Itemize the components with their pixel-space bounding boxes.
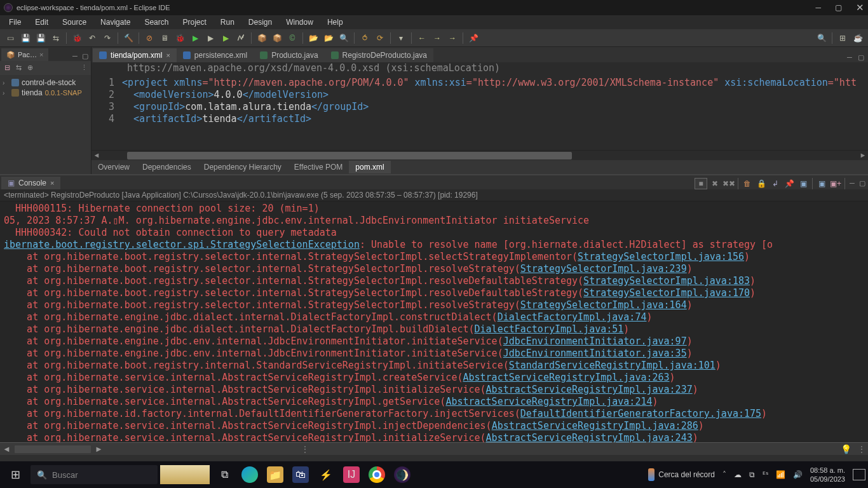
- minimize-editor-icon[interactable]: ─: [845, 53, 854, 62]
- start-button[interactable]: ⊞: [0, 461, 31, 488]
- status-scrollbar[interactable]: [15, 445, 91, 453]
- tray-overflow-icon[interactable]: ˄: [722, 470, 726, 479]
- menu-source[interactable]: Source: [56, 17, 93, 28]
- console-output[interactable]: HHH000115: Hibernate connection pool siz…: [0, 201, 868, 442]
- open-console-icon[interactable]: ▣: [815, 178, 828, 189]
- close-tab-icon[interactable]: ×: [39, 51, 43, 58]
- stack-link[interactable]: JdbcEnvironmentInitiator.java:97: [503, 336, 687, 347]
- build-icon[interactable]: 🔨: [122, 32, 135, 44]
- stack-link[interactable]: AbstractServiceRegistryImpl.java:214: [445, 396, 652, 407]
- new-package-icon[interactable]: 📦: [271, 32, 283, 44]
- scroll-left-icon[interactable]: ◄: [92, 151, 102, 160]
- quick-access-icon[interactable]: 🔍: [815, 32, 828, 44]
- pin-console-icon[interactable]: 📌: [783, 178, 796, 189]
- refresh-icon[interactable]: ⟳: [374, 32, 386, 44]
- open-perspective-icon[interactable]: ⊞: [836, 32, 849, 44]
- tab-pomxml[interactable]: pom.xml: [349, 161, 390, 173]
- editor-horizontal-scrollbar[interactable]: ◄ ►: [92, 150, 868, 160]
- maximize-view-icon[interactable]: ▢: [81, 52, 90, 61]
- scroll-lock-icon[interactable]: 🔒: [755, 178, 768, 189]
- taskbar-clock[interactable]: 08:58 a. m. 05/09/2023: [810, 466, 845, 484]
- stack-link[interactable]: JdbcEnvironmentInitiator.java:35: [503, 348, 687, 359]
- stack-link[interactable]: StrategySelectorImpl.java:164: [520, 299, 687, 311]
- stack-link[interactable]: DialectFactoryImpl.java:51: [475, 323, 624, 335]
- new-class-icon[interactable]: ©: [286, 32, 299, 44]
- code-content[interactable]: <project xmlns="http://maven.apache.org/…: [119, 74, 868, 150]
- terminate-icon[interactable]: ■: [695, 178, 707, 189]
- tab-dependency-hierarchy[interactable]: Dependency Hierarchy: [198, 161, 288, 173]
- scroll-left-icon[interactable]: ◄: [3, 444, 11, 454]
- undo-icon[interactable]: ↶: [86, 32, 98, 44]
- coverage-icon[interactable]: ▶: [204, 32, 217, 44]
- stack-link[interactable]: StrategySelectorImpl.java:156: [578, 251, 744, 262]
- notifications-icon[interactable]: [853, 469, 865, 480]
- clear-console-icon[interactable]: 🗑: [741, 178, 754, 189]
- maximize-view-icon[interactable]: ▢: [858, 179, 867, 188]
- menu-design[interactable]: Design: [242, 17, 278, 28]
- redo-icon[interactable]: ↷: [101, 32, 114, 44]
- onedrive-icon[interactable]: ☁: [734, 470, 742, 479]
- last-edit-icon[interactable]: →: [446, 32, 459, 44]
- stack-link[interactable]: AbstractServiceRegistryImpl.java:263: [463, 372, 669, 383]
- weather-widget[interactable]: Cerca del récord: [648, 468, 715, 481]
- eclipse-icon[interactable]: 🌒: [394, 466, 410, 483]
- editor-tab-producto[interactable]: Producto.java: [254, 48, 324, 62]
- editor-tab-pom[interactable]: tienda/pom.xml ×: [93, 48, 177, 62]
- search-highlight-image[interactable]: [160, 465, 210, 484]
- java-perspective-icon[interactable]: ☕: [851, 32, 864, 44]
- task-view-icon[interactable]: ⧉: [216, 466, 233, 483]
- pin-editor-icon[interactable]: 📌: [467, 32, 480, 44]
- switch-editor-icon[interactable]: ⇆: [50, 32, 62, 44]
- skip-breakpoints-icon[interactable]: ⊘: [143, 32, 156, 44]
- editor-tab-persistence[interactable]: persistence.xml: [177, 48, 254, 62]
- display-selected-console-icon[interactable]: ▣: [797, 178, 810, 189]
- open-type-icon[interactable]: 📂: [307, 32, 320, 44]
- menu-run[interactable]: Run: [214, 17, 241, 28]
- stack-link[interactable]: StrategySelectorImpl.java:239: [520, 263, 687, 274]
- close-button[interactable]: ✕: [856, 3, 864, 12]
- stack-link[interactable]: DialectFactoryImpl.java:74: [498, 311, 647, 323]
- breadcrumb-path[interactable]: https://maven.apache.org/xsd/maven-4.0.0…: [92, 62, 868, 74]
- collapse-all-icon[interactable]: ⊟: [3, 64, 11, 72]
- app-icon[interactable]: ⚡: [318, 466, 334, 483]
- save-all-icon[interactable]: 💾: [34, 32, 47, 44]
- menu-project[interactable]: Project: [176, 17, 212, 28]
- language-indicator[interactable]: ᴱˢ: [763, 470, 768, 479]
- stack-link[interactable]: ibernate.boot.registry.selector.spi.Stra…: [4, 239, 360, 250]
- minimize-view-icon[interactable]: ─: [71, 52, 79, 61]
- remove-all-launches-icon[interactable]: ✖✖: [722, 178, 735, 189]
- menu-help[interactable]: Help: [321, 17, 349, 28]
- tab-effective-pom[interactable]: Effective POM: [288, 161, 349, 173]
- microsoft-store-icon[interactable]: 🛍: [292, 466, 309, 483]
- focus-task-icon[interactable]: ⊕: [25, 64, 34, 72]
- stack-link[interactable]: StandardServiceRegistryImpl.java:101: [509, 360, 715, 371]
- toggle-mark-icon[interactable]: ⥀: [358, 32, 371, 44]
- scroll-right-icon[interactable]: ►: [858, 151, 868, 160]
- forward-icon[interactable]: →: [431, 32, 444, 44]
- remove-launch-icon[interactable]: ✖: [709, 178, 721, 189]
- menu-search[interactable]: Search: [138, 17, 175, 28]
- run-last-icon[interactable]: ▶: [219, 32, 232, 44]
- xml-editor[interactable]: 1 2 3 4 <project xmlns="http://maven.apa…: [92, 74, 868, 150]
- stack-link[interactable]: StrategySelectorImpl.java:170: [583, 287, 750, 299]
- edge-icon[interactable]: [241, 466, 258, 483]
- external-tools-icon[interactable]: 🗲: [234, 32, 247, 44]
- stack-link[interactable]: AbstractServiceRegistryImpl.java:243: [486, 432, 693, 442]
- tab-dependencies[interactable]: Dependencies: [136, 161, 198, 173]
- tip-icon[interactable]: 💡: [841, 444, 854, 454]
- editor-tab-registro[interactable]: RegistroDeProducto.java: [325, 48, 433, 62]
- console-tab[interactable]: ▣ Console ×: [1, 177, 60, 189]
- scroll-right-icon[interactable]: ►: [95, 444, 103, 454]
- nav-dropdown-icon[interactable]: ▾: [395, 32, 407, 44]
- maximize-editor-icon[interactable]: ▢: [857, 53, 865, 62]
- back-icon[interactable]: ←: [416, 32, 428, 44]
- word-wrap-icon[interactable]: ↲: [769, 178, 782, 189]
- new-icon[interactable]: ▭: [4, 32, 17, 44]
- project-row-control-de-stock[interactable]: › control-de-stock: [1, 78, 90, 88]
- intellij-icon[interactable]: IJ: [343, 466, 360, 483]
- tab-overview[interactable]: Overview: [92, 161, 136, 173]
- open-task-icon[interactable]: 📂: [322, 32, 335, 44]
- stack-link[interactable]: AbstractServiceRegistryImpl.java:237: [486, 384, 693, 395]
- close-tab-icon[interactable]: ×: [50, 179, 54, 187]
- new-server-icon[interactable]: 🖥: [158, 32, 171, 44]
